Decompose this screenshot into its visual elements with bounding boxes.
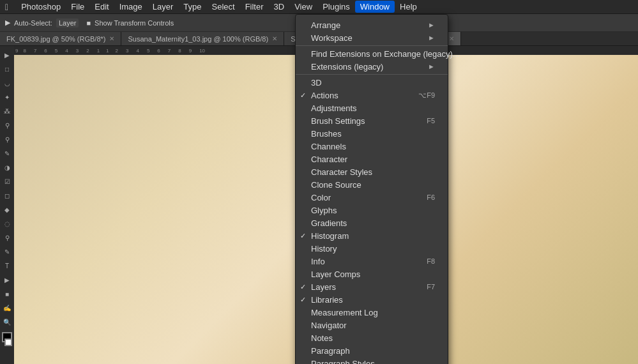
path-selection-tool[interactable]: ▶: [1, 273, 13, 286]
menu-item-channels[interactable]: Channels: [296, 140, 448, 153]
menu-item-character[interactable]: Character: [296, 153, 448, 165]
zoom-tool[interactable]: 🔍: [1, 315, 13, 328]
menu-item-brush-settings[interactable]: Brush Settings F5: [296, 114, 448, 127]
menu-item-paragraph[interactable]: Paragraph: [296, 344, 448, 357]
navigator-label: Navigator: [311, 321, 347, 330]
menu-item-workspace[interactable]: Workspace ►: [296, 31, 448, 44]
actions-label: Actions: [311, 91, 338, 100]
info-shortcut: F8: [427, 257, 435, 265]
menu-filter[interactable]: Filter: [240, 1, 269, 13]
menu-item-clone-source[interactable]: Clone Source: [296, 178, 448, 191]
show-transform-label: Show Transform Controls: [95, 19, 174, 27]
auto-select-dropdown[interactable]: Layer: [56, 19, 79, 27]
tab-1[interactable]: Susana_Maternity1_03.jpg @ 100% (RGB/8) …: [121, 32, 284, 46]
adjustments-label: Adjustments: [311, 103, 357, 113]
menu-item-libraries[interactable]: ✓ Libraries: [296, 293, 448, 306]
crop-tool[interactable]: ⁂: [1, 105, 13, 118]
menu-type[interactable]: Type: [178, 1, 206, 13]
brushes-label: Brushes: [311, 129, 342, 139]
menu-item-gradients[interactable]: Gradients: [296, 216, 448, 229]
paragraph-styles-label: Paragraph Styles: [311, 359, 375, 365]
menu-select[interactable]: Select: [207, 1, 240, 13]
auto-select-label: Auto-Select:: [14, 19, 52, 27]
menu-photoshop[interactable]: Photoshop: [16, 1, 66, 13]
brush-tool[interactable]: ✎: [1, 147, 13, 160]
menu-window[interactable]: Window: [355, 1, 395, 13]
menu-item-info[interactable]: Info F8: [296, 255, 448, 268]
move-tool[interactable]: ▶: [1, 49, 13, 61]
menu-item-histogram[interactable]: ✓ Histogram: [296, 229, 448, 242]
notes-label: Notes: [311, 333, 333, 343]
tab-label-1: Susana_Maternity1_03.jpg @ 100% (RGB/8): [128, 35, 268, 43]
menu-item-navigator[interactable]: Navigator: [296, 319, 448, 331]
menu-item-extensions-legacy[interactable]: Extensions (legacy) ►: [296, 60, 448, 73]
menu-bar:  Photoshop File Edit Image Layer Type S…: [0, 0, 638, 14]
clone-stamp-tool[interactable]: ◑: [1, 161, 13, 174]
glyphs-label: Glyphs: [311, 206, 337, 215]
tab-close-3[interactable]: ✕: [449, 35, 454, 42]
menu-help[interactable]: Help: [395, 1, 422, 13]
move-tool-icon: ▶: [5, 19, 10, 27]
menu-item-find-extensions[interactable]: Find Extensions on Exchange (legacy)...: [296, 47, 448, 60]
workspace-arrow-icon: ►: [428, 34, 435, 42]
menu-image[interactable]: Image: [114, 1, 148, 13]
tab-close-0[interactable]: ✕: [109, 35, 114, 42]
menu-item-paragraph-styles[interactable]: Paragraph Styles: [296, 357, 448, 364]
marquee-tool[interactable]: □: [1, 63, 13, 75]
menu-file[interactable]: File: [66, 1, 89, 13]
type-tool[interactable]: T: [1, 259, 13, 272]
menu-item-actions[interactable]: ✓ Actions ⌥F9: [296, 89, 448, 102]
histogram-label: Histogram: [311, 231, 349, 241]
menu-item-layer-comps[interactable]: Layer Comps: [296, 268, 448, 280]
background-color[interactable]: [4, 338, 12, 346]
menu-item-character-styles[interactable]: Character Styles: [296, 165, 448, 178]
menu-item-measurement-log[interactable]: Measurement Log: [296, 306, 448, 319]
eraser-tool[interactable]: ◻: [1, 189, 13, 202]
menu-item-adjustments[interactable]: Adjustments: [296, 102, 448, 114]
eyedropper-tool[interactable]: ⚲: [1, 119, 13, 132]
brush-settings-label: Brush Settings: [311, 116, 365, 126]
menu-view[interactable]: View: [289, 1, 317, 13]
menu-3d[interactable]: 3D: [269, 1, 290, 13]
extensions-legacy-label: Extensions (legacy): [311, 62, 383, 72]
menu-edit[interactable]: Edit: [89, 1, 114, 13]
menu-item-glyphs[interactable]: Glyphs: [296, 204, 448, 216]
dodge-tool[interactable]: ⚲: [1, 231, 13, 244]
shape-tool[interactable]: ■: [1, 287, 13, 300]
menu-item-layers[interactable]: ✓ Layers F7: [296, 280, 448, 293]
histogram-check-icon: ✓: [300, 232, 306, 240]
menu-layer[interactable]: Layer: [148, 1, 179, 13]
pen-tool[interactable]: ✎: [1, 245, 13, 258]
extensions-legacy-arrow-icon: ►: [428, 63, 435, 70]
menu-item-brushes[interactable]: Brushes: [296, 127, 448, 140]
channels-label: Channels: [311, 142, 346, 151]
paragraph-label: Paragraph: [311, 346, 350, 356]
info-label: Info: [311, 257, 325, 266]
menu-item-notes[interactable]: Notes: [296, 331, 448, 344]
menu-item-arrange[interactable]: Arrange ►: [296, 19, 448, 31]
arrange-label: Arrange: [311, 20, 340, 30]
history-brush-tool[interactable]: ☑: [1, 175, 13, 188]
tab-close-1[interactable]: ✕: [272, 35, 277, 42]
layer-comps-label: Layer Comps: [311, 269, 360, 279]
gradients-label: Gradients: [311, 218, 347, 228]
character-label: Character: [311, 155, 347, 164]
layers-check-icon: ✓: [300, 283, 306, 291]
color-label: Color: [311, 193, 331, 202]
lasso-tool[interactable]: ◡: [1, 77, 13, 89]
menu-item-history[interactable]: History: [296, 242, 448, 255]
show-transform-checkbox[interactable]: ■: [86, 19, 91, 27]
tools-panel: ▶ □ ◡ ✦ ⁂ ⚲ ⚲ ✎ ◑ ☑ ◻ ◆ ◌ ⚲ ✎ T ▶ ■ ✍ 🔍: [0, 46, 14, 364]
healing-tool[interactable]: ⚲: [1, 133, 13, 146]
tab-label-0: FK_00839.jpg @ 50% (RGB/8*): [6, 35, 105, 43]
libraries-label: Libraries: [311, 295, 343, 305]
magic-wand-tool[interactable]: ✦: [1, 91, 13, 103]
tab-0[interactable]: FK_00839.jpg @ 50% (RGB/8*) ✕: [0, 32, 121, 46]
character-styles-label: Character Styles: [311, 167, 372, 177]
menu-item-3d[interactable]: 3D: [296, 76, 448, 89]
menu-item-color[interactable]: Color F6: [296, 191, 448, 204]
menu-plugins[interactable]: Plugins: [317, 1, 355, 13]
hand-tool[interactable]: ✍: [1, 301, 13, 314]
blur-tool[interactable]: ◌: [1, 217, 13, 230]
gradient-tool[interactable]: ◆: [1, 203, 13, 216]
